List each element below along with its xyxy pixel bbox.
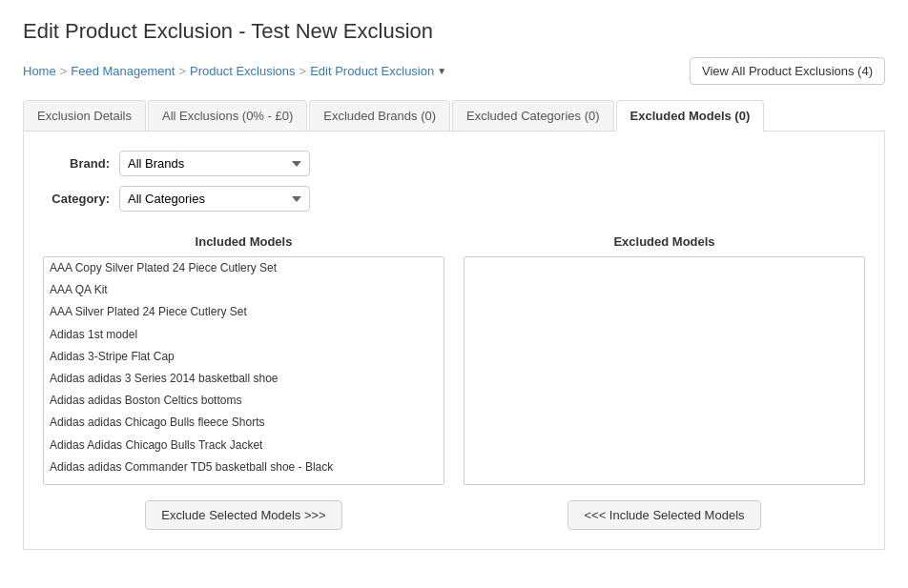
included-models-panel: Included Models AAA Copy Silver Plated 2… (43, 234, 444, 530)
excluded-models-title: Excluded Models (613, 234, 714, 249)
filters-section: Brand: All Brands Category: All Categori… (43, 151, 865, 212)
page-title: Edit Product Exclusion - Test New Exclus… (23, 19, 885, 44)
list-item[interactable]: Adidas adidas 3 Series 2014 basketball s… (44, 368, 444, 390)
list-item[interactable]: Adidas Adidas Replica John Wall Washingt… (44, 478, 444, 485)
included-models-title: Included Models (196, 234, 293, 249)
category-filter-row: Category: All Categories (43, 186, 865, 212)
breadcrumb-bar: Home > Feed Management > Product Exclusi… (23, 57, 885, 85)
category-label: Category: (43, 192, 110, 206)
list-item[interactable]: Adidas adidas Chicago Bulls fleece Short… (44, 412, 444, 434)
list-item[interactable]: AAA Silver Plated 24 Piece Cutlery Set (44, 301, 444, 323)
list-item[interactable]: AAA Copy Silver Plated 24 Piece Cutlery … (44, 257, 444, 279)
tab-exclusion-details[interactable]: Exclusion Details (23, 100, 146, 131)
breadcrumb-edit-product-exclusion[interactable]: Edit Product Exclusion ▼ (310, 64, 446, 78)
excluded-models-list[interactable] (464, 256, 865, 485)
list-item[interactable]: Adidas Adidas Chicago Bulls Track Jacket (44, 435, 444, 456)
category-select[interactable]: All Categories (119, 186, 310, 212)
include-selected-models-button[interactable]: <<< Include Selected Models (568, 500, 760, 530)
panels-container: Included Models AAA Copy Silver Plated 2… (43, 234, 865, 530)
brand-select[interactable]: All Brands (119, 151, 310, 176)
breadcrumb-home[interactable]: Home (23, 64, 56, 78)
content-panel: Brand: All Brands Category: All Categori… (23, 132, 885, 550)
brand-filter-row: Brand: All Brands (43, 151, 865, 176)
breadcrumb-feed-management[interactable]: Feed Management (71, 64, 175, 78)
tab-excluded-categories[interactable]: Excluded Categories (0) (452, 100, 613, 131)
exclude-selected-models-button[interactable]: Exclude Selected Models >>> (145, 500, 341, 530)
list-item[interactable]: Adidas adidas Commander TD5 basketball s… (44, 456, 444, 478)
tab-all-exclusions[interactable]: All Exclusions (0% - £0) (148, 100, 307, 131)
breadcrumb-caret-icon: ▼ (437, 66, 446, 76)
list-item[interactable]: Adidas 1st model (44, 324, 444, 346)
breadcrumb-product-exclusions[interactable]: Product Exclusions (190, 64, 296, 78)
view-all-product-exclusions-button[interactable]: View All Product Exclusions (4) (690, 57, 885, 85)
brand-label: Brand: (43, 156, 110, 171)
sep-3: > (299, 64, 307, 78)
sep-1: > (60, 64, 68, 78)
list-item[interactable]: Adidas 3-Stripe Flat Cap (44, 346, 444, 368)
tab-excluded-brands[interactable]: Excluded Brands (0) (309, 100, 450, 131)
list-item[interactable]: Adidas adidas Boston Celtics bottoms (44, 390, 444, 412)
breadcrumb: Home > Feed Management > Product Exclusi… (23, 64, 446, 78)
included-models-list[interactable]: AAA Copy Silver Plated 24 Piece Cutlery … (43, 256, 444, 485)
list-item[interactable]: AAA QA Kit (44, 279, 444, 301)
tabs-container: Exclusion Details All Exclusions (0% - £… (23, 100, 885, 132)
excluded-models-panel: Excluded Models <<< Include Selected Mod… (464, 234, 865, 530)
tab-excluded-models[interactable]: Excluded Models (0) (616, 100, 765, 132)
sep-2: > (178, 64, 186, 78)
